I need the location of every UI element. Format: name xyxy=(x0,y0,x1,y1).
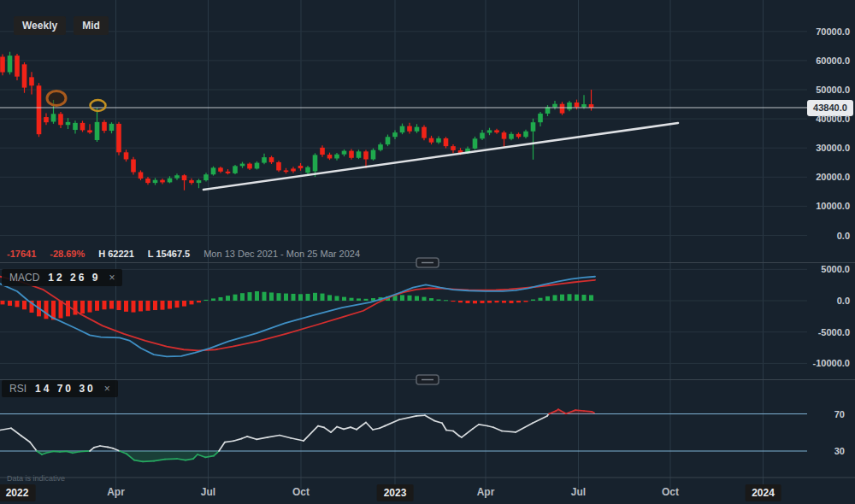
rsi-line-segment xyxy=(247,437,256,439)
price-axis-tick: 70000.0 xyxy=(816,26,850,37)
candle-body xyxy=(174,175,180,178)
candle-body xyxy=(581,104,587,107)
price-type-button[interactable]: Mid xyxy=(74,16,109,35)
candle-body xyxy=(189,180,194,183)
rsi-line-segment xyxy=(516,423,533,432)
macd-histogram-bar xyxy=(422,297,427,301)
candle-body xyxy=(95,122,100,140)
ellipse-annotation[interactable] xyxy=(91,100,106,111)
candle-body xyxy=(44,117,49,122)
candle-body xyxy=(66,122,71,125)
trendline-annotation[interactable] xyxy=(203,123,678,190)
candle-body xyxy=(291,168,296,171)
rsi-line-segment xyxy=(304,426,318,441)
rsi-line-segment xyxy=(493,427,502,431)
rsi-line-segment xyxy=(233,438,242,441)
macd-axis-tick: -10000.0 xyxy=(813,358,850,368)
macd-histogram-bar xyxy=(582,295,587,301)
macd-histogram-bar xyxy=(306,294,310,301)
candle-body xyxy=(58,114,63,125)
candle-body xyxy=(516,134,522,137)
rsi-params: 14 70 30 xyxy=(35,383,96,395)
macd-histogram-bar xyxy=(531,300,535,301)
rsi-line-segment xyxy=(533,416,547,423)
rsi-line-segment xyxy=(357,423,366,430)
ellipse-annotation[interactable] xyxy=(47,91,66,106)
rsi-line-segment xyxy=(108,447,113,448)
candle-body xyxy=(197,180,202,183)
candle-body xyxy=(160,180,165,183)
macd-signal-line xyxy=(0,277,595,351)
macd-histogram-bar xyxy=(153,301,157,310)
rsi-line-segment xyxy=(80,451,86,452)
macd-histogram-bar xyxy=(524,301,528,302)
candle-body xyxy=(523,132,528,137)
candle-body xyxy=(560,104,565,114)
candle-body xyxy=(494,130,499,132)
candle-body xyxy=(145,179,150,183)
x-axis-month-label: Oct xyxy=(662,486,679,498)
x-axis-year-label: 2023 xyxy=(377,484,414,501)
macd-close-icon[interactable]: × xyxy=(109,272,115,284)
rsi-close-icon[interactable]: × xyxy=(104,383,110,395)
macd-histogram-bar xyxy=(429,298,433,301)
x-axis-month-label: Apr xyxy=(107,486,125,498)
rsi-line-segment xyxy=(143,461,154,462)
ohlc-info-bar: -17641 -28.69% H 62221 L 15467.5 Mon 13 … xyxy=(7,249,360,259)
macd-histogram-bar xyxy=(357,298,361,301)
candle-body xyxy=(378,144,383,149)
low-value: L 15467.5 xyxy=(148,249,190,259)
rsi-line-segment xyxy=(473,425,479,429)
rsi-line-segment xyxy=(380,426,385,429)
rsi-line-segment xyxy=(434,421,442,424)
candle-body xyxy=(386,137,391,144)
rsi-indicator-label: RSI 14 70 30 × xyxy=(2,380,118,397)
price-axis-tick: 10000.0 xyxy=(816,201,850,211)
candle-body xyxy=(87,130,92,132)
macd-histogram-bar xyxy=(327,295,332,301)
rsi-line-segment xyxy=(487,426,493,428)
candle-body xyxy=(73,123,78,130)
rsi-line-segment xyxy=(90,448,94,451)
candle-body xyxy=(22,64,27,87)
rsi-line-segment xyxy=(366,423,373,430)
rsi-axis-tick: 70 xyxy=(834,409,845,419)
candle-body xyxy=(218,167,223,171)
trading-chart-window: Weekly Mid -17641 -28.69% H 62221 L 1546… xyxy=(0,0,855,504)
macd-histogram-bar xyxy=(95,301,99,311)
rsi-line-segment xyxy=(21,436,30,442)
macd-histogram-bar xyxy=(568,294,572,301)
rsi-line-segment xyxy=(446,431,453,431)
candle-body xyxy=(240,164,245,167)
candle-body xyxy=(451,146,456,150)
macd-histogram-bar xyxy=(109,301,114,309)
candle-body xyxy=(509,134,514,139)
rsi-line-segment xyxy=(373,428,380,430)
rsi-line-segment xyxy=(351,427,357,430)
rsi-line-segment xyxy=(256,437,268,439)
macd-histogram-bar xyxy=(481,301,485,303)
candle-body xyxy=(363,151,369,159)
candle-body xyxy=(284,170,289,172)
rsi-line-segment xyxy=(0,428,11,430)
macd-histogram-bar xyxy=(400,295,404,301)
candle-body xyxy=(139,173,144,179)
macd-histogram-bar xyxy=(248,292,252,301)
rsi-line-segment xyxy=(385,419,399,425)
price-axis-tick: 60000.0 xyxy=(816,56,850,66)
rsi-line-segment xyxy=(242,437,247,438)
x-axis-month-label: Jul xyxy=(201,486,215,498)
macd-histogram-bar xyxy=(44,301,49,319)
macd-histogram-bar xyxy=(255,291,259,301)
rsi-name: RSI xyxy=(9,383,27,395)
date-range: Mon 13 Dec 2021 - Mon 25 Mar 2024 xyxy=(203,249,360,259)
timeframe-button[interactable]: Weekly xyxy=(14,16,66,35)
macd-histogram-bar xyxy=(146,301,150,311)
macd-histogram-bar xyxy=(74,301,78,315)
macd-histogram-bar xyxy=(161,301,165,310)
macd-params: 12 26 9 xyxy=(48,272,100,284)
rsi-line-segment xyxy=(280,436,291,438)
macd-histogram-bar xyxy=(342,297,346,301)
candle-body xyxy=(552,104,557,108)
macd-histogram-bar xyxy=(88,301,92,313)
